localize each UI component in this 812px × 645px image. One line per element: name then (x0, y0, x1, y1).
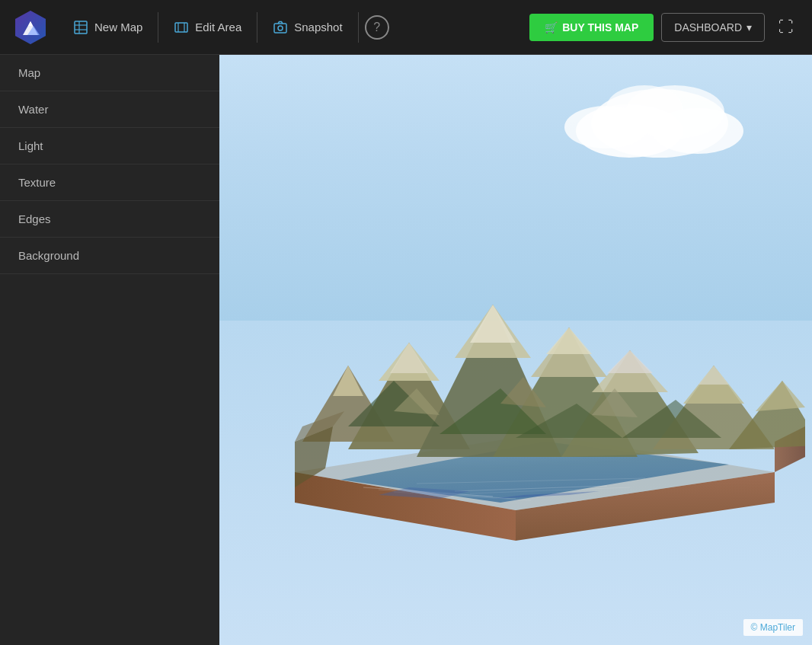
sidebar-item-background[interactable]: Background (0, 238, 219, 274)
svg-marker-34 (333, 366, 363, 396)
divider-2 (257, 12, 257, 43)
buy-map-button[interactable]: 🛒 BUY THIS MAP (529, 14, 654, 41)
new-map-button[interactable]: New Map (61, 14, 155, 41)
header: New Map Edit Area Snapshot ? (0, 0, 812, 55)
svg-rect-9 (175, 23, 187, 32)
svg-marker-51 (756, 381, 805, 411)
sidebar-item-edges[interactable]: Edges (0, 201, 219, 238)
snapshot-label: Snapshot (294, 21, 342, 34)
divider-1 (158, 12, 158, 43)
sidebar-item-water[interactable]: Water (0, 91, 219, 128)
sidebar-item-map[interactable]: Map (0, 55, 219, 91)
fullscreen-icon: ⛶ (778, 18, 794, 35)
new-map-label: New Map (94, 21, 142, 34)
edit-area-icon (174, 20, 189, 35)
copyright-notice: © MapTiler (743, 619, 803, 636)
svg-point-19 (606, 85, 683, 131)
app-logo (12, 9, 49, 46)
sidebar-item-light[interactable]: Light (0, 128, 219, 164)
svg-point-13 (278, 26, 283, 30)
sidebar-item-map-label: Map (18, 66, 40, 79)
edit-area-button[interactable]: Edit Area (161, 14, 254, 41)
dashboard-label: DASHBOARD (674, 21, 742, 34)
sidebar-item-water-label: Water (18, 103, 48, 116)
main-layout: Map Water Light Texture Edges Background (0, 55, 812, 645)
snapshot-button[interactable]: Snapshot (261, 14, 354, 41)
sidebar-item-light-label: Light (18, 139, 43, 152)
help-button[interactable]: ? (365, 15, 389, 40)
copyright-text: © MapTiler (751, 622, 795, 633)
new-map-icon (73, 20, 88, 35)
snapshot-icon (273, 20, 288, 35)
buy-map-label: BUY THIS MAP (562, 21, 638, 34)
edit-area-label: Edit Area (195, 21, 241, 34)
cart-icon: 🛒 (545, 21, 558, 34)
svg-marker-49 (699, 366, 729, 385)
dashboard-chevron-icon: ▾ (746, 21, 752, 34)
terrain-3d (226, 152, 805, 548)
svg-rect-5 (75, 21, 87, 34)
dashboard-button[interactable]: DASHBOARD ▾ (661, 13, 765, 42)
map-viewport[interactable]: © MapTiler (219, 55, 812, 645)
sidebar-item-texture[interactable]: Texture (0, 164, 219, 201)
svg-marker-40 (470, 305, 516, 343)
cloud (507, 70, 751, 161)
sidebar-item-background-label: Background (18, 249, 79, 262)
sidebar: Map Water Light Texture Edges Background (0, 55, 219, 645)
svg-marker-37 (390, 343, 428, 373)
fullscreen-button[interactable]: ⛶ (772, 12, 800, 42)
svg-rect-12 (274, 24, 286, 33)
divider-3 (358, 12, 359, 43)
svg-marker-43 (546, 327, 592, 354)
sidebar-item-edges-label: Edges (18, 212, 51, 225)
svg-marker-46 (607, 350, 653, 373)
help-icon: ? (373, 21, 380, 34)
sidebar-item-texture-label: Texture (18, 176, 56, 189)
